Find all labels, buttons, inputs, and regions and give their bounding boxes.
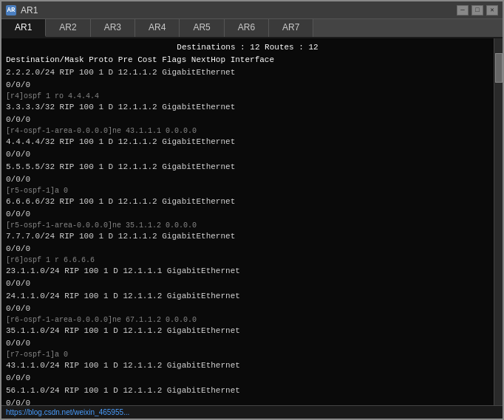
route-subnet: 0/0/0 xyxy=(1,397,494,405)
route-subnet: 0/0/0 xyxy=(1,243,494,255)
route-subnet: 0/0/0 xyxy=(1,278,494,290)
maximize-button[interactable]: □ xyxy=(471,5,483,16)
table-row: 23.1.1.0/24 RIP 100 1 D 12.1.1.1 Gigabit… xyxy=(1,265,494,278)
route-subnet: 0/0/0 xyxy=(1,114,494,126)
tab-ar7[interactable]: AR7 xyxy=(269,19,313,37)
table-row: 43.1.1.0/24 RIP 100 1 D 12.1.1.2 Gigabit… xyxy=(1,359,494,372)
tab-ar2[interactable]: AR2 xyxy=(46,19,90,37)
route-line-text: 6.6.6.6/32 RIP 100 1 D 12.1.1.2 GigabitE… xyxy=(6,196,235,208)
title-bar: AR AR1 ─ □ ✕ xyxy=(1,1,503,19)
route-line-text: 23.1.1.0/24 RIP 100 1 D 12.1.1.1 Gigabit… xyxy=(6,265,240,278)
route-line-text: 4.4.4.4/32 RIP 100 1 D 12.1.1.2 GigabitE… xyxy=(6,136,235,148)
overlay-line: [r6-ospf-1-area-0.0.0.0]ne 67.1.1.2 0.0.… xyxy=(1,315,494,325)
route-subnet: 0/0/0 xyxy=(1,173,494,186)
terminal-panel[interactable]: Destinations : 12 Routes : 12 Destinatio… xyxy=(1,38,494,405)
table-row: 7.7.7.0/24 RIP 100 1 D 12.1.1.2 GigabitE… xyxy=(1,230,494,243)
tab-bar: AR1 AR2 AR3 AR4 AR5 AR6 AR7 xyxy=(1,19,503,38)
route-subnet: 0/0/0 xyxy=(1,148,494,161)
scroll-thumb[interactable] xyxy=(495,53,503,83)
table-row: 2.2.2.0/24 RIP 100 1 D 12.1.1.2 GigabitE… xyxy=(1,66,494,79)
content-area: Destinations : 12 Routes : 12 Destinatio… xyxy=(1,38,503,405)
route-line-text: 43.1.1.0/24 RIP 100 1 D 12.1.1.2 Gigabit… xyxy=(6,359,240,372)
minimize-button[interactable]: ─ xyxy=(457,5,469,16)
title-controls: ─ □ ✕ xyxy=(457,5,498,16)
tab-ar1[interactable]: AR1 xyxy=(1,19,46,37)
route-line-text: 3.3.3.3/32 RIP 100 1 D 12.1.1.2 GigabitE… xyxy=(6,101,235,114)
route-line-text: 56.1.1.0/24 RIP 100 1 D 12.1.1.2 Gigabit… xyxy=(6,385,240,397)
route-subnet: 0/0/0 xyxy=(1,208,494,221)
route-line-text: 24.1.1.0/24 RIP 100 1 D 12.1.1.2 Gigabit… xyxy=(6,290,240,303)
route-subnet: 0/0/0 xyxy=(1,303,494,315)
route-subnet: 0/0/0 xyxy=(1,372,494,385)
route-line-text: 35.1.1.0/24 RIP 100 1 D 12.1.1.2 Gigabit… xyxy=(6,325,240,337)
route-table: 2.2.2.0/24 RIP 100 1 D 12.1.1.2 GigabitE… xyxy=(1,66,494,405)
url-text: https://blog.csdn.net/weixin_465955... xyxy=(6,408,129,416)
tab-ar3[interactable]: AR3 xyxy=(91,19,135,37)
table-row: 24.1.1.0/24 RIP 100 1 D 12.1.1.2 Gigabit… xyxy=(1,290,494,303)
table-header: Destination/Mask Proto Pre Cost Flags Ne… xyxy=(1,54,494,66)
table-row: 5.5.5.5/32 RIP 100 1 D 12.1.1.2 GigabitE… xyxy=(1,161,494,173)
table-row: 35.1.1.0/24 RIP 100 1 D 12.1.1.2 Gigabit… xyxy=(1,325,494,337)
route-line-text: 5.5.5.5/32 RIP 100 1 D 12.1.1.2 GigabitE… xyxy=(6,161,235,173)
tab-ar5[interactable]: AR5 xyxy=(180,19,224,37)
window-title: AR1 xyxy=(21,5,38,16)
overlay-line: [r7-ospf-1]a 0 xyxy=(1,350,494,359)
route-subnet: 0/0/0 xyxy=(1,337,494,350)
overlay-line: [r4]ospf 1 ro 4.4.4.4 xyxy=(1,92,494,101)
route-line-text: 7.7.7.0/24 RIP 100 1 D 12.1.1.2 GigabitE… xyxy=(6,230,235,243)
overlay-line: [r6]ospf 1 r 6.6.6.6 xyxy=(1,255,494,265)
main-window: AR AR1 ─ □ ✕ AR1 AR2 AR3 AR4 AR5 AR6 AR7… xyxy=(0,0,504,420)
route-subnet: 0/0/0 xyxy=(1,79,494,92)
overlay-line: [r5-ospf-1-area-0.0.0.0]ne 35.1.1.2 0.0.… xyxy=(1,221,494,230)
table-row: 6.6.6.6/32 RIP 100 1 D 12.1.1.2 GigabitE… xyxy=(1,196,494,208)
tab-ar6[interactable]: AR6 xyxy=(225,19,269,37)
table-row: 3.3.3.3/32 RIP 100 1 D 12.1.1.2 GigabitE… xyxy=(1,101,494,114)
bottom-bar: https://blog.csdn.net/weixin_465955... xyxy=(1,405,503,419)
title-bar-left: AR AR1 xyxy=(6,5,38,16)
scrollbar[interactable] xyxy=(494,38,503,405)
tab-ar4[interactable]: AR4 xyxy=(135,19,180,37)
route-line-text: 2.2.2.0/24 RIP 100 1 D 12.1.1.2 GigabitE… xyxy=(6,66,235,79)
overlay-line: [r5-ospf-1]a 0 xyxy=(1,186,494,196)
summary-line: Destinations : 12 Routes : 12 xyxy=(1,41,494,54)
table-row: 56.1.1.0/24 RIP 100 1 D 12.1.1.2 Gigabit… xyxy=(1,385,494,397)
close-button[interactable]: ✕ xyxy=(486,5,498,16)
table-row: 4.4.4.4/32 RIP 100 1 D 12.1.1.2 GigabitE… xyxy=(1,136,494,148)
app-icon: AR xyxy=(6,5,16,16)
overlay-line: [r4-ospf-1-area-0.0.0.0]ne 43.1.1.1 0.0.… xyxy=(1,126,494,136)
